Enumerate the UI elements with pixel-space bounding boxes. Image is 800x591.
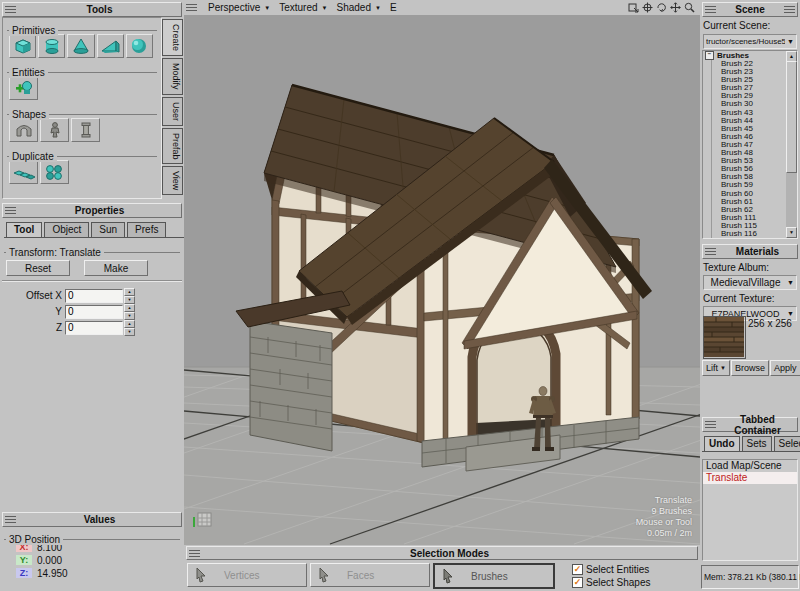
select-cursor-icon: [441, 568, 457, 584]
undo-history-item[interactable]: Translate: [703, 472, 797, 484]
duplicate-array-icon[interactable]: [40, 160, 69, 184]
scene-scrollbar[interactable]: ▲ ▼: [786, 51, 797, 238]
checkbox-check-icon: ✓: [572, 564, 583, 575]
focus-icon[interactable]: [641, 2, 654, 14]
texture-preview[interactable]: [703, 316, 746, 359]
current-texture-label: Current Texture:: [703, 293, 800, 304]
apply-button[interactable]: Apply: [770, 360, 800, 376]
overlay-tool: Translate: [636, 495, 692, 506]
offset-z-input[interactable]: [65, 321, 123, 335]
reset-button[interactable]: Reset: [6, 260, 70, 276]
overlay-brush-count: 9 Brushes: [636, 506, 692, 517]
wedge-icon[interactable]: [97, 34, 124, 58]
undo-history-item[interactable]: Load Map/Scene: [703, 460, 797, 472]
arch-shape-icon[interactable]: [9, 118, 38, 142]
select-shapes-checkbox[interactable]: ✓ Select Shapes: [572, 576, 651, 588]
texture-album-dropdown[interactable]: MedievalVillage ▼: [703, 275, 797, 290]
offset-y-input[interactable]: [65, 305, 123, 319]
checkbox-check-icon: ✓: [572, 577, 583, 588]
shaded-menu[interactable]: Shaded▼: [337, 2, 381, 13]
perspective-menu[interactable]: Perspective▼: [208, 2, 270, 13]
browse-button[interactable]: Browse: [731, 360, 769, 376]
container-tab[interactable]: Sets: [742, 436, 772, 451]
rotate-icon[interactable]: [655, 2, 668, 14]
offset-x-stepper[interactable]: ▲▼: [124, 288, 135, 304]
cube-icon[interactable]: [9, 34, 36, 58]
panel-grip-icon[interactable]: [784, 6, 795, 13]
make-button[interactable]: Make: [84, 260, 148, 276]
selection-modes-title: Selection Modes: [202, 548, 697, 559]
container-tab[interactable]: Select: [774, 436, 800, 451]
vertices-mode-button[interactable]: Vertices: [187, 563, 307, 587]
properties-tab[interactable]: Sun: [91, 222, 125, 237]
selection-modes-title-bar[interactable]: Selection Modes: [186, 546, 698, 560]
scroll-down-icon[interactable]: ▼: [786, 227, 797, 238]
offset-z-label: Z: [0, 322, 65, 333]
offset-x-input[interactable]: [65, 289, 123, 303]
tools-tab[interactable]: User: [162, 97, 183, 126]
panel-menu-icon[interactable]: [705, 421, 716, 428]
pan-icon[interactable]: [669, 2, 682, 14]
duplicate-row-icon[interactable]: [9, 160, 38, 184]
scene-panel: Scene Current Scene: tructor/scenes/Hous…: [700, 0, 800, 242]
select-cursor-icon: [317, 567, 333, 583]
tools-tab[interactable]: Modify: [162, 58, 183, 95]
cone-icon[interactable]: [67, 34, 94, 58]
shapes-group: Shapes: [7, 114, 157, 144]
panel-menu-icon[interactable]: [705, 6, 716, 13]
duplicate-label: Duplicate: [9, 151, 57, 162]
scene-path-dropdown[interactable]: tructor/scenes/House5.csx* ▼: [703, 34, 797, 49]
viewport-status-overlay: Translate 9 Brushes Mouse or Tool 0.05m …: [636, 495, 692, 539]
zoom-icon[interactable]: [683, 2, 696, 14]
values-title-bar[interactable]: Values: [2, 512, 182, 527]
brush-list: Brush 22Brush 23Brush 25Brush 27Brush 29…: [711, 60, 797, 238]
faces-mode-button[interactable]: Faces: [310, 563, 430, 587]
panel-menu-icon[interactable]: [5, 207, 16, 214]
add-entity-icon[interactable]: [9, 76, 38, 100]
lift-button[interactable]: Lift▼: [702, 360, 730, 376]
viewport-3d[interactable]: Translate 9 Brushes Mouse or Tool 0.05m …: [184, 15, 700, 545]
offset-x-label: Offset X: [0, 290, 65, 301]
tabbed-container-tab-strip: UndoSetsSelect: [702, 436, 800, 452]
panel-menu-icon[interactable]: [189, 550, 200, 557]
container-tab[interactable]: Undo: [704, 436, 740, 451]
panel-menu-icon[interactable]: [705, 248, 716, 255]
sphere-icon[interactable]: [126, 34, 153, 58]
properties-title-bar[interactable]: Properties: [2, 203, 182, 218]
textured-menu[interactable]: Textured▼: [279, 2, 327, 13]
transform-label: Transform: Translate: [6, 247, 104, 258]
column-shape-icon[interactable]: [71, 118, 100, 142]
panel-menu-icon[interactable]: [5, 516, 16, 523]
chevron-down-icon: ▼: [787, 38, 794, 45]
materials-title-bar[interactable]: Materials: [702, 244, 798, 259]
entity-toggle[interactable]: E: [390, 2, 397, 13]
chevron-down-icon: ▼: [720, 365, 726, 371]
scrollbar-thumb[interactable]: [786, 61, 797, 173]
offset-y-stepper[interactable]: ▲▼: [124, 304, 135, 320]
selection-modes-panel: Selection Modes Vertices Faces Brushes ✓…: [184, 545, 700, 591]
frame-icon[interactable]: [627, 2, 640, 14]
select-entities-checkbox[interactable]: ✓ Select Entities: [572, 563, 651, 575]
tabbed-container-title-bar[interactable]: Tabbed Container: [702, 417, 798, 432]
tools-tab[interactable]: Create: [162, 19, 183, 56]
collapse-icon[interactable]: −: [705, 51, 714, 60]
properties-tab[interactable]: Prefs: [127, 222, 166, 237]
cylinder-icon[interactable]: [38, 34, 65, 58]
actor-shape-icon[interactable]: [40, 118, 69, 142]
tools-tab[interactable]: View: [162, 166, 183, 195]
tree-item-brush[interactable]: Brush 116: [711, 230, 797, 238]
tools-tab[interactable]: Prefab: [162, 128, 183, 165]
primitives-group: Primitives: [7, 30, 157, 60]
values-title: Values: [18, 514, 181, 525]
z-position-row: Z: 14.950: [16, 567, 180, 579]
tools-title-bar[interactable]: Tools: [2, 2, 182, 17]
panel-menu-icon[interactable]: [186, 4, 197, 11]
brushes-mode-button[interactable]: Brushes: [433, 563, 555, 589]
properties-tab-strip: ToolObjectSunPrefs: [4, 222, 184, 238]
offset-y-label: Y: [0, 306, 65, 317]
properties-tab[interactable]: Tool: [6, 222, 42, 237]
properties-tab[interactable]: Object: [44, 222, 89, 237]
scene-title-bar[interactable]: Scene: [702, 2, 798, 17]
panel-menu-icon[interactable]: [5, 6, 16, 13]
offset-z-stepper[interactable]: ▲▼: [124, 320, 135, 336]
